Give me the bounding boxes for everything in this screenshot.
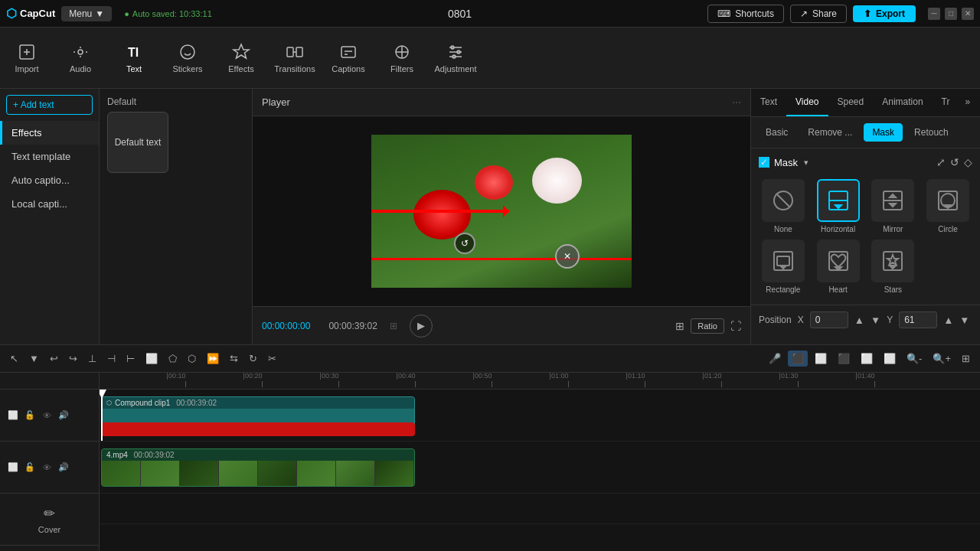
select-tool[interactable]: ↖	[6, 350, 22, 367]
mask-item-none[interactable]: None	[759, 179, 808, 233]
timeline-tracks: ⬡ Compound clip1 00:00:39:02 4.mp4	[100, 390, 980, 551]
select-dropdown[interactable]: ▼	[25, 350, 43, 367]
mask-tool[interactable]: ⬠	[165, 350, 181, 367]
tool-effects[interactable]: Effects	[214, 31, 268, 85]
tool-adjustment[interactable]: Adjustment	[429, 31, 482, 85]
tool-transitions[interactable]: Transitions	[268, 31, 322, 85]
split-right-button[interactable]: ⊢	[122, 350, 139, 367]
grid-view-button[interactable]: ⊞	[675, 318, 684, 334]
undo-button[interactable]: ↩	[46, 350, 62, 367]
mask-item-circle[interactable]: Circle	[923, 179, 972, 233]
mask-diamond-button[interactable]: ◇	[964, 156, 972, 168]
x-decrement[interactable]: ▼	[871, 315, 880, 326]
tab-text[interactable]: Text	[751, 89, 786, 116]
split-button[interactable]: ⊥	[84, 350, 100, 367]
tl-mode-4[interactable]: ⬜	[857, 350, 877, 367]
tool-filters[interactable]: Filters	[375, 31, 429, 85]
mask-mirror-icon	[871, 179, 914, 222]
y-increment[interactable]: ▲	[943, 315, 953, 326]
y-input[interactable]	[899, 311, 937, 328]
menu-button[interactable]: Menu ▼	[61, 6, 112, 21]
mask-item-stars[interactable]: Stars	[869, 240, 918, 294]
keyframe-button[interactable]: ⬡	[184, 350, 200, 367]
speed-button[interactable]: ⏩	[203, 350, 223, 367]
rotate-handle[interactable]: ↺	[454, 233, 475, 254]
sidebar-item-effects[interactable]: Effects	[0, 121, 99, 145]
mask-item-rectangle[interactable]: Rectangle	[759, 240, 808, 294]
minimize-button[interactable]: ─	[928, 8, 940, 20]
shortcuts-button[interactable]: ⌨ Shortcuts	[707, 5, 784, 23]
track2-lock-btn[interactable]: 🔓	[23, 461, 37, 474]
y-decrement[interactable]: ▼	[959, 315, 969, 326]
zoom-in-button[interactable]: 🔍+	[929, 350, 955, 367]
ruler-mark-20: |00:20	[253, 373, 272, 387]
tl-mode-5[interactable]: ⬜	[880, 350, 900, 367]
tool-stickers[interactable]: Stickers	[161, 31, 214, 85]
ratio-button[interactable]: Ratio	[691, 318, 724, 334]
flip-h-button[interactable]: ⇆	[226, 350, 242, 367]
tab-speed[interactable]: Speed	[828, 89, 874, 116]
tool-import[interactable]: Import	[0, 31, 54, 85]
sub-tab-retouch[interactable]: Retouch	[906, 123, 957, 142]
player-header: Player ⋯	[253, 89, 750, 116]
sidebar-item-local-caption[interactable]: Local capti...	[0, 192, 99, 216]
tl-mode-1[interactable]: ⬛	[788, 350, 808, 367]
redo-button[interactable]: ↪	[65, 350, 81, 367]
zoom-out-button[interactable]: 🔍-	[903, 350, 926, 367]
tab-video[interactable]: Video	[786, 89, 828, 116]
mask-item-horizontal[interactable]: Horizontal	[814, 179, 863, 233]
x-input[interactable]	[810, 311, 848, 328]
audio-record-button[interactable]: 🎤	[765, 350, 785, 367]
player-menu-icon[interactable]: ⋯	[732, 97, 741, 108]
red-line-bottom	[371, 258, 632, 260]
fullscreen-button[interactable]: ⛶	[730, 318, 741, 334]
close-button[interactable]: ✕	[962, 8, 974, 20]
split-left-button[interactable]: ⊣	[103, 350, 119, 367]
play-button[interactable]: ▶	[410, 315, 433, 337]
track-audio-btn[interactable]: 🔊	[57, 409, 70, 422]
tl-mode-2[interactable]: ⬜	[811, 350, 831, 367]
track-lock-btn[interactable]: 🔓	[23, 409, 37, 422]
y-label: Y	[887, 315, 893, 325]
tool-audio[interactable]: Audio	[54, 31, 107, 85]
cover-icon-button[interactable]: ✏	[44, 505, 55, 522]
mask-reset-button[interactable]: ↺	[950, 156, 959, 168]
share-button[interactable]: ↗ Share	[790, 5, 847, 23]
video-clip[interactable]: 4.mp4 00:00:39:02	[101, 448, 415, 487]
mask-handle[interactable]: ✕	[555, 244, 580, 269]
right-panel-more[interactable]: »	[959, 89, 976, 116]
mask-checkbox[interactable]: ✓	[759, 157, 769, 168]
track2-collapse-btn[interactable]: ⬜	[6, 461, 20, 474]
mask-item-heart[interactable]: Heart	[814, 240, 863, 294]
tool-text[interactable]: TI Text	[107, 31, 161, 85]
mask-section: ✓ Mask ▾ ⤢ ↺ ◇ None	[751, 148, 980, 305]
crop-button[interactable]: ✂	[264, 350, 280, 367]
ruler-mark-110: |01:10	[635, 373, 655, 387]
svg-marker-29	[890, 266, 896, 269]
mask-item-mirror[interactable]: Mirror	[869, 179, 918, 233]
logo: ⬡ CapCut	[6, 6, 55, 21]
sidebar-item-text-template[interactable]: Text template	[0, 145, 99, 168]
track2-visibility-btn[interactable]: 👁	[40, 461, 54, 474]
track2-audio-btn[interactable]: 🔊	[57, 461, 70, 474]
x-increment[interactable]: ▲	[854, 315, 864, 326]
tab-tr[interactable]: Tr	[933, 89, 959, 116]
track-collapse-btn[interactable]: ⬜	[6, 409, 20, 422]
sidebar-item-auto-caption[interactable]: Auto captio...	[0, 168, 99, 192]
tab-animation[interactable]: Animation	[873, 89, 932, 116]
default-text-card[interactable]: Default text	[107, 112, 168, 173]
sub-tab-mask[interactable]: Mask	[864, 123, 903, 142]
sub-tab-remove-bg[interactable]: Remove ...	[799, 123, 861, 142]
delete-button[interactable]: ⬜	[142, 350, 162, 367]
maximize-button[interactable]: □	[945, 8, 957, 20]
tl-fit-button[interactable]: ⊞	[958, 350, 974, 367]
tl-mode-3[interactable]: ⬛	[834, 350, 854, 367]
tool-captions[interactable]: Captions	[322, 31, 375, 85]
sub-tab-basic[interactable]: Basic	[757, 123, 796, 142]
mask-expand-button[interactable]: ⤢	[936, 156, 946, 168]
svg-point-10	[452, 55, 456, 58]
add-text-button[interactable]: + Add text	[6, 95, 93, 115]
track-visibility-btn[interactable]: 👁	[40, 409, 54, 422]
rotate-button[interactable]: ↻	[245, 350, 261, 367]
export-button[interactable]: ⬆ Export	[853, 5, 916, 22]
